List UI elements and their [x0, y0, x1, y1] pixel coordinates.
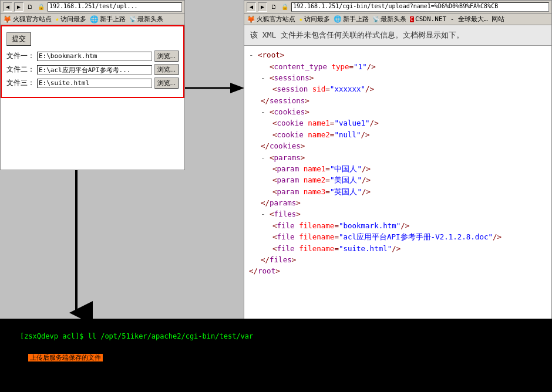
- bm-most-right[interactable]: ★ 访问最多: [299, 15, 330, 23]
- xml-root-close: </root>: [249, 265, 547, 276]
- terminal-total: 总计 1184: [3, 384, 549, 393]
- page-icon-right: 🗋: [269, 2, 278, 12]
- upload-label: 上传后服务端保存的文件: [28, 354, 103, 361]
- forward-btn-right[interactable]: ▶: [258, 2, 267, 12]
- xml-cookie-2: <cookie name2="null"/>: [272, 129, 547, 140]
- terminal-label: 上传后服务端保存的文件: [3, 353, 103, 373]
- bm-news-right[interactable]: 📡 最新头条: [372, 15, 406, 23]
- file-input-1: E:\bookmark.htm: [37, 52, 152, 61]
- page-icon-left: 🗋: [25, 2, 35, 12]
- fox-icon-left: 🦊: [3, 15, 12, 23]
- xml-param-2: <param name2="美国人"/>: [272, 174, 547, 185]
- right-bookmarks-bar: 🦊 火狐官方站点 ★ 访问最多 🌐 新手上路 📡 最新头条 C CSDN.NET…: [244, 13, 551, 25]
- file-row-1: 文件一： E:\bookmark.htm 浏览...: [6, 50, 179, 62]
- ie-icon-left: 🌐: [90, 15, 99, 23]
- xml-content-type: <content_type type="1"/>: [261, 61, 547, 72]
- xml-cookies-close: </cookies>: [261, 140, 547, 151]
- xml-param-3: <param name3="英国人"/>: [272, 186, 547, 197]
- submit-button[interactable]: 提交: [6, 32, 31, 46]
- address-bar-left[interactable]: 192.168.1.251/test/upl...: [48, 2, 182, 12]
- arrow-down-svg: [59, 167, 94, 320]
- terminal-prompt: [zsxQdevp acl]$ ll /opt/51iker/apache2/c…: [20, 332, 253, 340]
- xml-files-close: </files>: [261, 254, 547, 265]
- terminal-panel: [zsxQdevp acl]$ ll /opt/51iker/apache2/c…: [0, 319, 552, 392]
- xml-file-3: <file filename="suite.html"/>: [272, 243, 547, 254]
- star-icon-right: ★: [299, 15, 303, 23]
- left-bookmarks-bar: 🦊 火狐官方站点 ★ 访问最多 🌐 新手上路 📡 最新头条: [1, 13, 184, 25]
- xml-params-close: </params>: [261, 197, 547, 208]
- file-label-3: 文件三：: [6, 78, 35, 88]
- xml-param-1: <param name1="中国人"/>: [272, 163, 547, 174]
- bm-most-left[interactable]: ★ 访问最多: [55, 15, 86, 23]
- browse-btn-1[interactable]: 浏览...: [154, 50, 179, 62]
- back-btn[interactable]: ◀: [3, 2, 12, 12]
- bm-new-right[interactable]: 🌐 新手上路: [334, 15, 369, 23]
- left-toolbar: ◀ ▶ 🗋 🔒 192.168.1.251/test/upl...: [1, 1, 184, 13]
- bm-web-right[interactable]: 网站: [492, 15, 504, 23]
- xml-message: 该 XML 文件并未包含任何关联的样式信息。文档树显示如下。: [244, 25, 551, 46]
- xml-files-open: - <files>: [261, 208, 547, 219]
- xml-root-open: - <root>: [249, 49, 547, 60]
- xml-content: - <root> <content_type type="1"/> - <ses…: [244, 46, 551, 327]
- xml-cookie-1: <cookie name1="value1"/>: [272, 117, 547, 129]
- terminal-prompt-line: [zsxQdevp acl]$ ll /opt/51iker/apache2/c…: [3, 320, 549, 384]
- bm-new-left[interactable]: 🌐 新手上路: [90, 15, 126, 23]
- file-row-3: 文件三： E:\suite.html 浏览...: [6, 77, 179, 89]
- xml-sessions-open: - <sessions>: [261, 72, 547, 83]
- xml-session: <session sid="xxxxxx"/>: [272, 83, 547, 94]
- file-input-3: E:\suite.html: [37, 79, 152, 88]
- right-toolbar: ◀ ▶ 🗋 🔒 192.168.1.251/cgi-bin/test/uploa…: [244, 1, 551, 13]
- arrow-right-svg: [182, 76, 247, 100]
- left-browser-panel: ◀ ▶ 🗋 🔒 192.168.1.251/test/upl... 🦊 火狐官方…: [0, 0, 185, 170]
- rss-icon-left: 📡: [129, 16, 136, 22]
- fox-icon-right: 🦊: [247, 15, 255, 23]
- xml-cookies-open: - <cookies>: [261, 106, 547, 117]
- xml-params-open: - <params>: [261, 152, 547, 163]
- down-arrow: [59, 167, 94, 320]
- browse-btn-3[interactable]: 浏览...: [154, 77, 179, 89]
- upload-form: 提交 文件一： E:\bookmark.htm 浏览... 文件二： E:\ac…: [1, 25, 184, 98]
- address-bar-right[interactable]: 192.168.1.251/cgi-bin/test/upload?name1=…: [291, 2, 549, 12]
- rss-icon-right: 📡: [372, 16, 379, 22]
- globe-icon-right: 🌐: [334, 15, 342, 23]
- file-label-1: 文件一：: [6, 51, 35, 61]
- bm-news-left[interactable]: 📡 最新头条: [129, 15, 163, 23]
- lock-icon-right: 🔒: [280, 2, 290, 12]
- back-btn-right[interactable]: ◀: [247, 2, 256, 12]
- file-input-2: E:\acl应用平台API参考考...: [37, 65, 152, 75]
- c-icon-right: C: [410, 16, 414, 22]
- bm-fox-left[interactable]: 🦊 火狐官方站点: [3, 15, 52, 23]
- file-label-2: 文件二：: [6, 65, 35, 75]
- right-arrow: [182, 76, 247, 100]
- bm-fox-right[interactable]: 🦊 火狐官方站点: [247, 15, 295, 23]
- forward-btn[interactable]: ▶: [14, 2, 23, 12]
- star-icon-left: ★: [55, 15, 59, 23]
- right-browser-panel: ◀ ▶ 🗋 🔒 192.168.1.251/cgi-bin/test/uploa…: [244, 0, 552, 320]
- lock-icon-left: 🔒: [36, 2, 46, 12]
- xml-file-1: <file filename="bookmark.htm"/>: [272, 220, 547, 231]
- xml-sessions-close: </sessions>: [261, 95, 547, 106]
- xml-file-2: <file filename="acl应用平台API参考手册-V2.1.2.8.…: [272, 231, 547, 242]
- bm-csdn-right[interactable]: C CSDN.NET - 全球最大…: [410, 15, 488, 23]
- browse-btn-2[interactable]: 浏览...: [154, 64, 179, 75]
- file-row-2: 文件二： E:\acl应用平台API参考考... 浏览...: [6, 64, 179, 75]
